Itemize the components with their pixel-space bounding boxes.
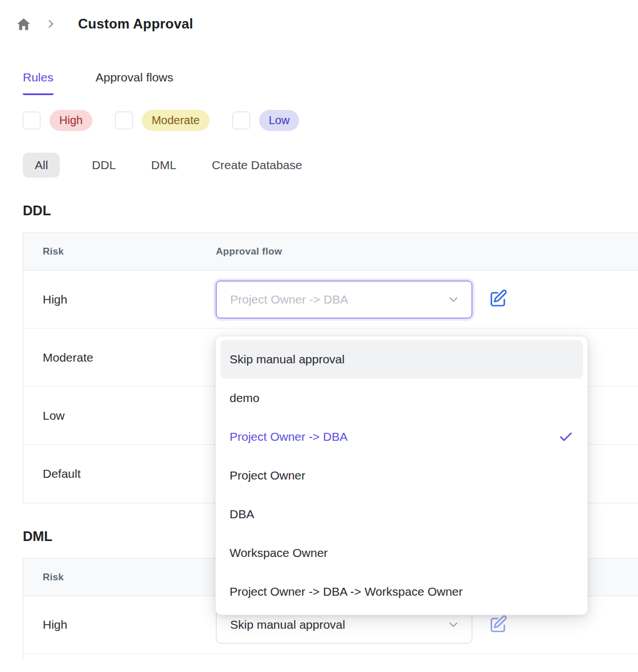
select-value: Project Owner -> DBA — [230, 293, 447, 306]
approval-flow-dropdown-menu: Skip manual approval demo Project Owner … — [215, 336, 588, 615]
category-dml[interactable]: DML — [148, 153, 179, 178]
risk-label: Default — [23, 467, 216, 481]
tab-bar: Rules Approval flows — [23, 71, 638, 95]
low-badge: Low — [259, 110, 300, 131]
category-filter-row: All DDL DML Create Database — [23, 153, 638, 178]
filter-low: Low — [232, 110, 300, 131]
moderate-badge: Moderate — [142, 110, 210, 131]
chevron-right-icon — [45, 18, 56, 30]
page-title: Custom Approval — [78, 16, 193, 32]
breadcrumb: Custom Approval — [0, 0, 638, 34]
risk-label: High — [23, 293, 216, 306]
tab-rules[interactable]: Rules — [23, 71, 54, 95]
edit-pencil-icon — [488, 289, 508, 308]
high-badge: High — [50, 110, 92, 131]
dropdown-item-project-owner[interactable]: Project Owner — [220, 456, 583, 495]
dropdown-item-project-owner-dba[interactable]: Project Owner -> DBA — [220, 417, 583, 456]
category-create-database[interactable]: Create Database — [208, 153, 306, 178]
high-checkbox[interactable] — [23, 112, 40, 129]
ddl-high-flow-select[interactable]: Project Owner -> DBA — [216, 281, 472, 318]
risk-label: Moderate — [23, 351, 216, 364]
low-checkbox[interactable] — [232, 112, 250, 129]
category-all[interactable]: All — [23, 153, 60, 178]
filter-moderate: Moderate — [115, 110, 210, 131]
dropdown-item-demo[interactable]: demo — [220, 379, 583, 417]
risk-label: Low — [23, 409, 216, 423]
ddl-flow-column-header: Approval flow — [216, 246, 282, 257]
ddl-row-high: High Project Owner -> DBA — [23, 271, 638, 329]
chevron-down-icon — [447, 618, 460, 632]
dml-risk-column-header: Risk — [23, 572, 216, 583]
moderate-checkbox[interactable] — [115, 112, 133, 129]
edit-pencil-icon — [488, 614, 508, 634]
chevron-down-icon — [447, 293, 460, 306]
ddl-risk-column-header: Risk — [23, 246, 216, 257]
dropdown-item-dba[interactable]: DBA — [220, 495, 583, 534]
flow-cell: Project Owner -> DBA — [216, 281, 509, 318]
dml-next-row-partial — [23, 654, 638, 660]
dropdown-item-skip-manual-approval[interactable]: Skip manual approval — [220, 340, 583, 379]
dropdown-item-project-owner-dba-workspace-owner[interactable]: Project Owner -> DBA -> Workspace Owner — [220, 572, 583, 611]
dml-high-edit-flow-button[interactable] — [487, 614, 509, 636]
ddl-table-header: Risk Approval flow — [23, 233, 638, 271]
risk-filter-row: High Moderate Low — [23, 110, 638, 131]
ddl-high-edit-flow-button[interactable] — [487, 289, 509, 310]
tab-approval-flows[interactable]: Approval flows — [96, 71, 174, 95]
select-value: Skip manual approval — [230, 618, 447, 632]
dropdown-item-label: Project Owner -> DBA — [230, 430, 347, 444]
risk-label: High — [23, 618, 216, 632]
check-icon — [558, 429, 574, 445]
dropdown-item-workspace-owner[interactable]: Workspace Owner — [220, 534, 583, 572]
category-ddl[interactable]: DDL — [88, 153, 119, 178]
ddl-section-title: DDL — [23, 203, 638, 219]
home-icon[interactable] — [16, 17, 31, 32]
filter-high: High — [23, 110, 92, 131]
